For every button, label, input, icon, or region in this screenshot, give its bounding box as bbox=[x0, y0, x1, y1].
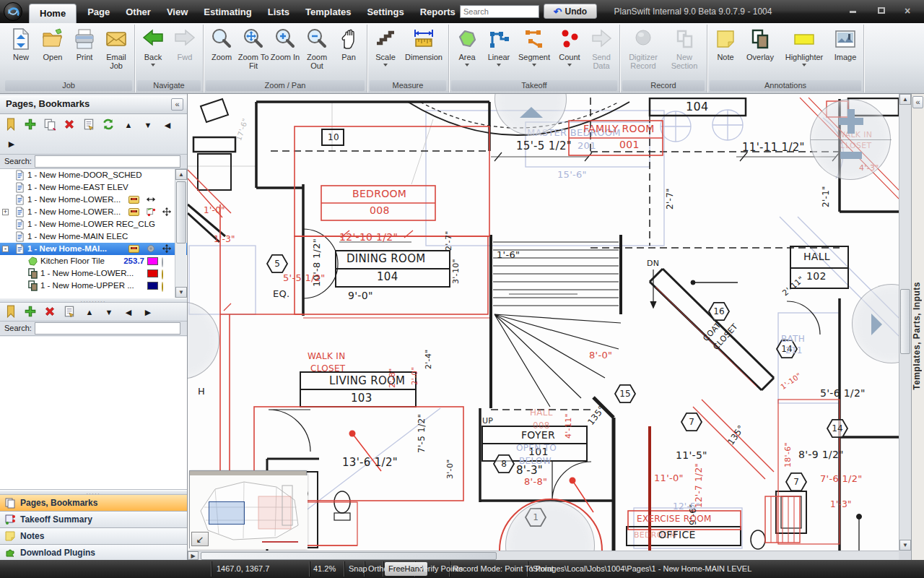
copy-page-icon[interactable] bbox=[43, 118, 58, 132]
scroll-right-button[interactable]: ▶ bbox=[188, 551, 199, 560]
color-swatch[interactable] bbox=[147, 282, 158, 290]
bookmark-icon[interactable] bbox=[4, 305, 19, 319]
scroll-down-button[interactable]: ▼ bbox=[899, 540, 911, 551]
tree-item[interactable]: 1 - New Home-LOWER REC_CLG bbox=[0, 218, 187, 230]
overlay-button[interactable]: Overlay bbox=[741, 26, 779, 79]
print-button[interactable]: Print bbox=[69, 26, 100, 79]
new-button[interactable]: New bbox=[5, 26, 37, 79]
maximize-button[interactable] bbox=[872, 6, 891, 17]
segment-button[interactable]: Segment bbox=[515, 26, 554, 79]
zoom-control[interactable] bbox=[810, 99, 891, 180]
add-icon[interactable] bbox=[24, 118, 38, 132]
toggle-snap[interactable]: Snap bbox=[347, 560, 369, 578]
vertical-scroll-thumb[interactable] bbox=[900, 289, 910, 354]
visibility-bulb-icon[interactable] bbox=[162, 281, 171, 290]
templates-panel-collapsed[interactable]: « Templates, Parts, Inputs bbox=[911, 94, 924, 560]
visibility-bulb-icon[interactable] bbox=[162, 269, 171, 278]
tree-item-selected[interactable]: -1 - New Home-MAI... bbox=[0, 243, 187, 255]
right-icon[interactable]: ▶ bbox=[4, 137, 19, 151]
add-icon[interactable] bbox=[24, 305, 38, 319]
collapse-icon[interactable]: - bbox=[2, 246, 9, 252]
bookmarks-search-input[interactable] bbox=[35, 322, 180, 335]
down-icon[interactable]: ▼ bbox=[141, 118, 155, 132]
color-swatch[interactable] bbox=[147, 257, 158, 265]
highlighter-button[interactable]: Highlighter bbox=[779, 26, 829, 79]
minimize-button[interactable] bbox=[843, 6, 862, 17]
email-job-button[interactable]: Email Job bbox=[100, 26, 132, 79]
zoom-in-button[interactable]: Zoom In bbox=[269, 26, 301, 79]
color-swatch[interactable] bbox=[147, 269, 158, 277]
vertical-scrollbar[interactable]: ▲ ▼ bbox=[899, 94, 911, 551]
tree-item[interactable]: 1 - New Home-DOOR_SCHED bbox=[0, 169, 187, 181]
chevron-down-icon[interactable] bbox=[802, 64, 806, 66]
zoom-minus-icon[interactable] bbox=[840, 152, 862, 159]
tree-item[interactable]: 1 - New Home-LOWER... bbox=[0, 267, 187, 280]
tab-settings[interactable]: Settings bbox=[359, 1, 411, 23]
visibility-bulb-icon[interactable] bbox=[162, 256, 171, 266]
back-button[interactable]: Back bbox=[137, 26, 169, 79]
chevron-down-icon[interactable] bbox=[497, 64, 501, 66]
chevron-down-icon[interactable] bbox=[532, 64, 536, 66]
expand-panel-button[interactable]: « bbox=[912, 96, 923, 108]
note-button[interactable]: Note bbox=[710, 26, 741, 79]
expand-icon[interactable]: + bbox=[2, 209, 9, 215]
tree-item[interactable]: Kitchen Floor Tile253.7 bbox=[0, 255, 187, 267]
accordion-item-pages-bookmarks[interactable]: Pages, Bookmarks bbox=[0, 495, 187, 512]
navigator-grip[interactable] bbox=[190, 471, 306, 475]
scroll-down-button[interactable]: ▼ bbox=[175, 287, 187, 298]
properties-icon[interactable] bbox=[82, 118, 97, 132]
scroll-up-button[interactable]: ▲ bbox=[899, 94, 911, 105]
tab-page[interactable]: Page bbox=[79, 1, 118, 23]
horizontal-scroll-thumb[interactable] bbox=[201, 552, 497, 560]
search-input[interactable] bbox=[460, 5, 539, 18]
tree-item[interactable]: +1 - New Home-LOWER... bbox=[0, 206, 187, 218]
bookmarks-list-empty[interactable] bbox=[0, 337, 187, 490]
chevron-down-icon[interactable] bbox=[383, 64, 388, 66]
navigator-viewport[interactable] bbox=[209, 501, 245, 525]
tree-item[interactable]: 1 - New Home-LOWER... bbox=[0, 194, 187, 206]
pages-search-input[interactable] bbox=[35, 155, 180, 168]
right-icon[interactable]: ▶ bbox=[141, 305, 155, 319]
count-button[interactable]: Count bbox=[554, 26, 585, 79]
area-button[interactable]: Area bbox=[451, 26, 483, 79]
tree-item[interactable]: 1 - New Home-EAST ELEV bbox=[0, 181, 187, 194]
scroll-up-button[interactable]: ▲ bbox=[175, 169, 187, 180]
accordion-item-notes[interactable]: Notes bbox=[0, 528, 187, 545]
up-icon[interactable]: ▲ bbox=[121, 118, 136, 132]
tab-templates[interactable]: Templates bbox=[297, 1, 359, 23]
chevron-down-icon[interactable] bbox=[567, 64, 572, 66]
tree-item[interactable]: 1 - New Home-UPPER ... bbox=[0, 280, 187, 292]
zoom-to-fit-button[interactable]: Zoom To Fit bbox=[237, 26, 269, 79]
linear-button[interactable]: Linear bbox=[483, 26, 515, 79]
accordion-item-download-plugins[interactable]: Download Plugins bbox=[0, 545, 187, 561]
delete-icon[interactable] bbox=[63, 118, 77, 132]
tab-lists[interactable]: Lists bbox=[260, 1, 297, 23]
left-icon[interactable]: ◀ bbox=[160, 118, 175, 132]
zoom-out-button[interactable]: Zoom Out bbox=[301, 26, 333, 79]
properties-icon[interactable] bbox=[63, 305, 77, 319]
collapse-panel-button[interactable]: « bbox=[171, 98, 183, 111]
tab-view[interactable]: View bbox=[159, 1, 196, 23]
up-icon[interactable]: ▲ bbox=[82, 305, 97, 319]
zoom-button[interactable]: Zoom bbox=[206, 26, 237, 79]
accordion-item-takeoff-summary[interactable]: Takeoff Summary bbox=[0, 512, 187, 528]
splitter-handle[interactable]: ......... bbox=[0, 298, 187, 303]
image-button[interactable]: Image bbox=[829, 26, 861, 79]
zoom-plus-icon[interactable] bbox=[847, 109, 855, 134]
refresh-icon[interactable] bbox=[102, 118, 116, 132]
horizontal-scrollbar[interactable]: ◀ ▶ bbox=[188, 551, 899, 560]
tab-estimating[interactable]: Estimating bbox=[196, 1, 259, 23]
down-icon[interactable]: ▼ bbox=[102, 305, 116, 319]
delete-icon[interactable] bbox=[43, 305, 58, 319]
pan-button[interactable]: Pan bbox=[333, 26, 365, 79]
tab-other[interactable]: Other bbox=[118, 1, 159, 23]
tab-home[interactable]: Home bbox=[29, 4, 77, 23]
left-icon[interactable]: ◀ bbox=[121, 305, 136, 319]
splitter-handle[interactable]: ..... bbox=[0, 490, 187, 495]
close-button[interactable]: × bbox=[898, 6, 917, 17]
open-button[interactable]: Open bbox=[37, 26, 69, 79]
tree-scroll-thumb[interactable] bbox=[176, 181, 186, 243]
drawing-canvas[interactable]: 5161415877114 104MASTER BEDROOM201FAMILY… bbox=[188, 94, 899, 551]
tab-reports[interactable]: Reports bbox=[412, 1, 463, 23]
chevron-down-icon[interactable] bbox=[465, 64, 469, 66]
